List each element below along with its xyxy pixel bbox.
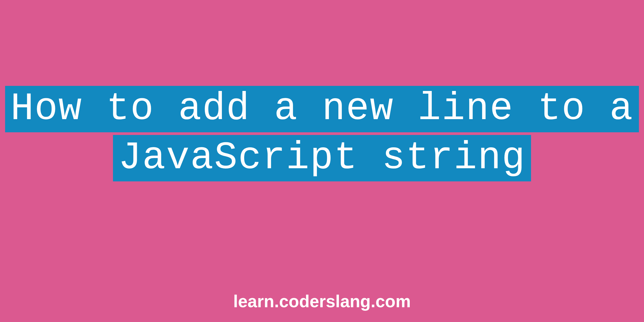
tutorial-title: How to add a new line to a JavaScript st… (0, 86, 644, 181)
site-domain: learn.coderslang.com (0, 291, 644, 311)
title-line-1: How to add a new line to a (5, 86, 639, 132)
title-line-2: JavaScript string (113, 135, 531, 181)
